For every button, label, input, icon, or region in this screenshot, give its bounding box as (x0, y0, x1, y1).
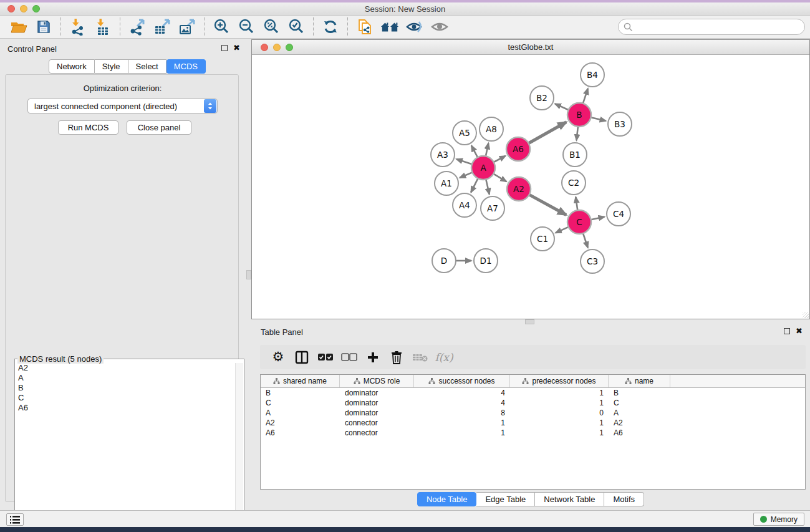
table-settings-button[interactable]: ⚙ (269, 349, 287, 366)
tab-mcds[interactable]: MCDS (166, 59, 206, 74)
cell[interactable]: A (261, 408, 340, 418)
delete-column-button[interactable] (388, 349, 405, 366)
graph-edge-A-A7[interactable] (486, 180, 489, 195)
cell[interactable]: dominator (340, 398, 414, 408)
table-panel-close-button[interactable]: ✖ (796, 328, 803, 334)
cell[interactable]: dominator (340, 388, 414, 398)
graph-node-A8[interactable]: A8 (480, 117, 503, 141)
cell[interactable]: A6 (261, 428, 340, 438)
mcds-result-scrollbar[interactable] (235, 363, 243, 532)
search-box[interactable] (618, 19, 805, 35)
export-table-button[interactable] (153, 17, 171, 36)
table-row[interactable]: Cdominator41C (261, 398, 805, 408)
graph-node-C3[interactable]: C3 (581, 249, 604, 273)
zoom-fit-button[interactable] (262, 17, 281, 36)
graph-edge-C-C4[interactable] (591, 217, 605, 220)
graph-node-A5[interactable]: A5 (453, 121, 476, 145)
graph-node-A2[interactable]: A2 (507, 177, 531, 201)
cell[interactable]: 1 (414, 428, 510, 438)
deselect-all-columns-button[interactable] (340, 349, 358, 366)
mcds-result-item[interactable]: B (16, 383, 234, 393)
control-panel-float-button[interactable] (221, 45, 228, 51)
graph-edge-A2-C[interactable] (529, 195, 566, 215)
graph-node-A1[interactable]: A1 (435, 172, 458, 195)
cell[interactable]: 4 (414, 398, 510, 408)
column-header-successor-nodes[interactable]: successor nodes (414, 375, 510, 387)
graph-node-B2[interactable]: B2 (530, 86, 554, 110)
network-canvas[interactable]: B4B2BB3A5A8A6A3B1AA1C2A2A4A7C4CC1C3DD1 (253, 56, 809, 318)
tab-style[interactable]: Style (95, 59, 128, 74)
create-column-button[interactable] (364, 349, 382, 366)
cell[interactable]: 1 (510, 428, 609, 438)
cell[interactable]: C (609, 398, 670, 408)
cell[interactable]: 8 (414, 408, 510, 418)
cell[interactable]: 1 (510, 398, 609, 408)
graph-edge-A-A4[interactable] (471, 178, 478, 192)
cell[interactable]: A2 (609, 418, 670, 428)
tab-select[interactable]: Select (128, 59, 166, 74)
graph-edge-B-B4[interactable] (583, 89, 588, 104)
graph-node-D1[interactable]: D1 (474, 249, 498, 273)
graph-edge-A-A8[interactable] (486, 143, 488, 157)
close-panel-button[interactable]: Close panel (127, 120, 191, 135)
task-history-button[interactable] (6, 513, 24, 526)
network-window-resize-grip[interactable] (803, 312, 809, 318)
cell[interactable]: 4 (414, 388, 510, 398)
mcds-result-item[interactable]: A (16, 373, 234, 383)
mcds-result-item[interactable]: A2 (16, 363, 234, 373)
zoom-in-button[interactable] (212, 17, 231, 36)
table-row[interactable]: A6connector11A6 (261, 428, 805, 438)
graph-node-C[interactable]: C (567, 210, 591, 234)
table-row[interactable]: Bdominator41B (261, 388, 805, 398)
home-button[interactable] (380, 17, 399, 36)
graph-edge-A-A3[interactable] (456, 159, 472, 164)
graph-node-A[interactable]: A (471, 156, 495, 180)
show-all-button[interactable] (430, 17, 449, 36)
column-header-shared-name[interactable]: shared name (261, 375, 340, 387)
zoom-out-button[interactable] (237, 17, 256, 36)
graph-node-B4[interactable]: B4 (581, 63, 604, 87)
cell[interactable]: 1 (510, 418, 609, 428)
table-row[interactable]: A2connector11A2 (261, 418, 805, 428)
function-builder-button[interactable]: f(x) (435, 349, 453, 366)
cell[interactable]: B (609, 388, 670, 398)
cell[interactable]: connector (340, 428, 414, 438)
cell[interactable]: C (261, 398, 340, 408)
cell[interactable]: 1 (510, 388, 609, 398)
graph-edge-C-C2[interactable] (576, 197, 577, 210)
export-network-button[interactable] (128, 17, 147, 36)
vertical-splitter-handle[interactable] (246, 270, 251, 279)
graph-node-A7[interactable]: A7 (481, 196, 504, 220)
graph-edge-A6-B[interactable] (529, 122, 567, 143)
mcds-result-list[interactable]: A2ABCA6 (16, 363, 234, 532)
column-header-MCDS-role[interactable]: MCDS role (340, 375, 414, 387)
export-image-button[interactable] (178, 17, 196, 36)
tab-motifs[interactable]: Motifs (604, 492, 644, 506)
show-columns-button[interactable] (293, 349, 311, 366)
apply-layout-button[interactable] (321, 17, 340, 36)
graph-edge-A-A5[interactable] (471, 145, 478, 157)
import-table-button[interactable] (94, 17, 112, 36)
graph-edge-A-A2[interactable] (493, 174, 506, 182)
control-panel-close-button[interactable]: ✖ (233, 45, 240, 51)
import-network-button[interactable] (69, 17, 87, 36)
cell[interactable]: A2 (261, 418, 340, 428)
graph-node-B3[interactable]: B3 (608, 112, 632, 136)
graph-node-A6[interactable]: A6 (506, 137, 530, 161)
cell[interactable]: 1 (414, 418, 510, 428)
select-all-columns-button[interactable] (317, 349, 334, 366)
graph-edge-B-B2[interactable] (555, 104, 569, 110)
graph-node-B[interactable]: B (567, 103, 591, 127)
open-session-button[interactable] (9, 17, 28, 36)
graph-edge-B-B1[interactable] (577, 127, 578, 140)
graph-node-B1[interactable]: B1 (563, 143, 587, 167)
table-row[interactable]: Adominator80A (261, 408, 805, 418)
tab-network-table[interactable]: Network Table (535, 492, 604, 506)
zoom-selected-button[interactable] (287, 17, 306, 36)
mcds-result-item[interactable]: C (16, 393, 234, 403)
clone-network-button[interactable] (355, 17, 374, 36)
graph-node-C4[interactable]: C4 (607, 202, 630, 226)
table-panel-float-button[interactable] (784, 328, 790, 334)
cell[interactable]: B (261, 388, 340, 398)
memory-button[interactable]: Memory (753, 513, 804, 526)
